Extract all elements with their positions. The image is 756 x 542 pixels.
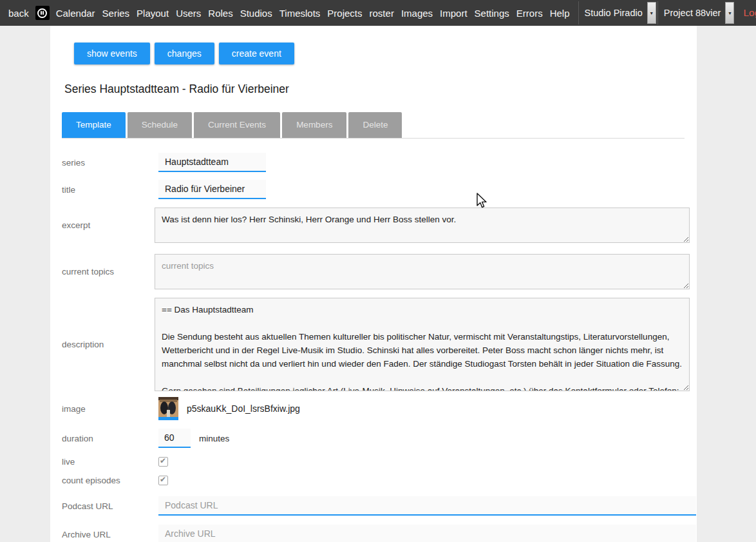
project-select-arrow-button[interactable]: ▼ — [725, 2, 734, 24]
create-event-button[interactable]: create event — [219, 43, 294, 64]
tab-delete[interactable]: Delete — [348, 112, 402, 138]
count-episodes-label: count episodes — [62, 476, 155, 485]
nav-item-timeslots[interactable]: Timeslots — [279, 8, 321, 19]
changes-button[interactable]: changes — [155, 43, 214, 64]
nav-back-link[interactable]: back — [8, 8, 29, 19]
series-input[interactable] — [158, 153, 266, 172]
excerpt-label: excerpt — [62, 220, 155, 230]
current-topics-label: current topics — [62, 267, 155, 276]
duration-input[interactable] — [158, 429, 191, 448]
archive-url-label: Archive URL — [62, 530, 155, 539]
chevron-down-icon: ▼ — [649, 11, 654, 15]
podcast-url-input[interactable] — [158, 496, 696, 516]
studio-select[interactable]: Studio Piradio ▼ — [578, 1, 656, 24]
description-label: description — [62, 340, 155, 349]
live-label: live — [62, 457, 155, 467]
description-textarea[interactable]: == Das Hauptstadtteam Die Sendung besteh… — [155, 298, 690, 391]
page-title: Series Hauptstadtteam - Radio für Vierbe… — [64, 82, 697, 96]
current-topics-textarea[interactable] — [155, 254, 690, 289]
studio-select-arrow-button[interactable]: ▼ — [647, 2, 656, 24]
series-image-thumbnail[interactable] — [158, 397, 178, 420]
title-input[interactable] — [158, 180, 266, 199]
tab-schedule[interactable]: Schedule — [128, 112, 192, 138]
nav-item-users[interactable]: Users — [176, 8, 201, 19]
app-logo-icon[interactable] — [35, 6, 50, 20]
image-label: image — [62, 404, 155, 414]
tab-template[interactable]: Template — [62, 112, 126, 138]
studio-select-value: Studio Piradio — [585, 8, 643, 18]
podcast-url-label: Podcast URL — [62, 501, 155, 511]
archive-url-input[interactable] — [158, 525, 696, 542]
nav-item-projects[interactable]: Projects — [327, 8, 362, 19]
tab-current-events[interactable]: Current Events — [194, 112, 280, 138]
nav-item-roles[interactable]: Roles — [208, 8, 232, 19]
nav-item-import[interactable]: Import — [440, 8, 468, 19]
count-episodes-checkbox[interactable] — [158, 476, 168, 485]
project-select-value: Project 88vier — [664, 8, 721, 18]
excerpt-textarea[interactable]: Was ist denn hier los? Herr Schinski, He… — [155, 208, 690, 243]
nav-item-studios[interactable]: Studios — [240, 8, 272, 19]
nav-item-playout[interactable]: Playout — [137, 8, 169, 19]
nav-item-errors[interactable]: Errors — [516, 8, 543, 19]
page-background: show events changes create event Series … — [0, 26, 756, 542]
series-label: series — [62, 158, 155, 168]
top-nav: back Calendar Series Playout Users Roles… — [0, 0, 756, 26]
tab-members[interactable]: Members — [282, 112, 346, 138]
duration-label: duration — [62, 434, 155, 443]
toolbar: show events changes create event — [50, 26, 697, 64]
nav-item-help[interactable]: Help — [550, 8, 570, 19]
nav-item-calendar[interactable]: Calendar — [56, 8, 95, 19]
chevron-down-icon: ▼ — [728, 11, 732, 15]
show-events-button[interactable]: show events — [74, 43, 150, 64]
tab-bar: Template Schedule Current Events Members… — [62, 112, 685, 139]
title-label: title — [62, 185, 155, 195]
content-card: show events changes create event Series … — [50, 26, 697, 542]
nav-item-settings[interactable]: Settings — [475, 8, 509, 19]
project-select[interactable]: Project 88vier ▼ — [657, 1, 735, 24]
nav-item-images[interactable]: Images — [401, 8, 433, 19]
nav-item-series[interactable]: Series — [102, 8, 130, 19]
live-checkbox[interactable] — [158, 457, 168, 467]
nav-item-roster[interactable]: roster — [370, 8, 394, 19]
pause-circle-icon — [37, 8, 47, 18]
logout-link[interactable]: Logout — [743, 7, 756, 19]
duration-unit-label: minutes — [199, 434, 229, 443]
image-filename: p5skauKk_DoI_lsrsBfxiw.jpg — [187, 403, 300, 414]
